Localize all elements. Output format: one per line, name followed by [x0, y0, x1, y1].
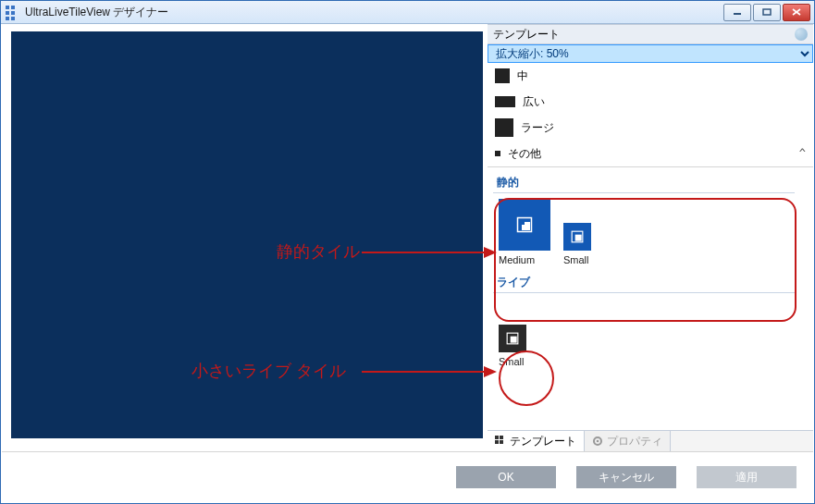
large-swatch-icon [495, 118, 513, 137]
template-area: 静的 Medium [488, 166, 813, 430]
size-label: 広い [523, 94, 545, 110]
size-row-medium[interactable]: 中 [488, 63, 813, 89]
size-row-large[interactable]: ラージ [488, 115, 813, 141]
svg-rect-10 [511, 337, 517, 343]
size-label: その他 [508, 146, 541, 162]
designer-window: UltraLiveTileView デザイナー テンプレート 拡大縮小: 50% [0, 0, 815, 504]
tile-glyph-icon [516, 216, 533, 233]
other-swatch-icon [495, 151, 500, 156]
size-list: 中 広い ラージ その他 ^ [488, 63, 813, 166]
close-button[interactable] [783, 4, 810, 21]
wide-swatch-icon [495, 96, 515, 107]
template-scroll[interactable]: 静的 Medium [488, 167, 813, 430]
tile-glyph-icon [506, 332, 519, 345]
tab-label: テンプレート [510, 434, 576, 449]
tile-caption: Small [563, 254, 589, 265]
titlebar: UltraLiveTileView デザイナー [1, 1, 814, 24]
tab-properties[interactable]: プロパティ [585, 431, 671, 451]
svg-rect-14 [500, 440, 503, 444]
size-row-wide[interactable]: 広い [488, 89, 813, 115]
tile-caption: Medium [499, 254, 535, 265]
window-body: テンプレート 拡大縮小: 50% 中 広い ラージ [2, 24, 813, 451]
maximize-button[interactable] [753, 4, 781, 21]
group-live-label: ライブ [497, 275, 795, 290]
app-icon [5, 5, 19, 19]
help-icon[interactable] [795, 28, 808, 41]
svg-rect-6 [519, 219, 525, 225]
minimize-icon [733, 8, 742, 16]
tab-label: プロパティ [607, 434, 662, 449]
grid-icon [495, 436, 506, 447]
tile-static-small[interactable]: Small [563, 223, 591, 265]
size-label: ラージ [521, 120, 554, 136]
right-panel-title: テンプレート [493, 27, 560, 43]
divider [493, 192, 795, 193]
group-static-label: 静的 [497, 175, 795, 191]
svg-rect-13 [495, 440, 499, 444]
svg-point-16 [597, 440, 599, 443]
svg-rect-1 [763, 9, 771, 15]
size-row-other[interactable]: その他 ^ [488, 141, 813, 166]
right-panel: テンプレート 拡大縮小: 50% 中 広い ラージ [488, 24, 813, 451]
static-tiles: Medium Small [499, 199, 795, 265]
minimize-button[interactable] [723, 4, 751, 21]
dialog-footer: OK キャンセル 適用 [2, 451, 813, 502]
svg-rect-11 [495, 436, 499, 439]
gear-icon [592, 436, 603, 447]
svg-rect-12 [500, 436, 503, 439]
zoom-select[interactable]: 拡大縮小: 50% [488, 44, 813, 63]
cancel-button[interactable]: キャンセル [576, 466, 676, 488]
ok-button[interactable]: OK [456, 466, 556, 488]
right-panel-header: テンプレート [488, 24, 813, 44]
tile-glyph-icon [571, 230, 584, 243]
tile-caption: Small [499, 356, 525, 367]
divider [493, 292, 795, 293]
medium-swatch-icon [495, 68, 510, 83]
live-tiles: Small [499, 325, 795, 367]
size-label: 中 [517, 68, 528, 84]
tile-static-medium[interactable]: Medium [499, 199, 550, 265]
apply-button[interactable]: 適用 [697, 466, 796, 488]
maximize-icon [762, 8, 772, 16]
bottom-tabs: テンプレート プロパティ [488, 430, 813, 451]
zoom-row: 拡大縮小: 50% [488, 44, 813, 63]
svg-rect-8 [575, 235, 582, 241]
tile-live-small[interactable]: Small [499, 325, 526, 367]
preview-canvas[interactable] [11, 31, 483, 438]
tab-templates[interactable]: テンプレート [488, 431, 585, 451]
close-icon [792, 8, 801, 16]
window-title: UltraLiveTileView デザイナー [25, 5, 168, 20]
expand-up-icon: ^ [799, 147, 806, 160]
